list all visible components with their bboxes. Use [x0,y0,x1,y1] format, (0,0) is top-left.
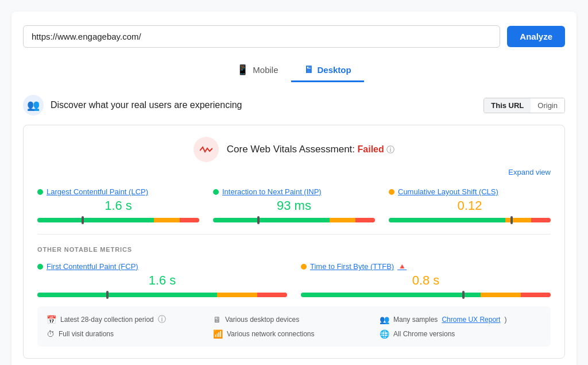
footer-item-4: 📶 Various network connections [213,329,375,339]
cls-bar [389,218,551,222]
footer-grid: 📅 Latest 28-day collection period ⓘ 🖥 Va… [37,306,551,347]
assessment-title: Core Web Vitals Assessment: [227,144,355,155]
inp-label[interactable]: Interaction to Next Paint (INP) [213,187,375,196]
metric-cls: Cumulative Layout Shift (CLS) 0.12 [389,187,551,222]
lcp-label[interactable]: Largest Contentful Paint (LCP) [37,187,199,196]
main-card: Core Web Vitals Assessment: Failed ⓘ Exp… [23,125,565,359]
tab-desktop[interactable]: 🖥 Desktop [291,59,364,82]
inp-bar-orange [330,218,355,222]
cls-indicator [510,216,513,224]
footer-chrome-icon: 🌐 [380,329,389,339]
inp-dot [213,189,219,195]
ttfb-bar-green [301,293,481,297]
lcp-value: 1.6 s [37,198,199,213]
origin-button[interactable]: Origin [531,98,564,113]
ttfb-bar [301,293,551,297]
lcp-bar [37,218,199,222]
metric-ttfb: Time to First Byte (TTFB) 🔺 0.8 s [301,262,551,297]
footer-timer-icon: ⏱ [47,329,55,339]
ttfb-label[interactable]: Time to First Byte (TTFB) 🔺 [301,262,551,271]
url-input[interactable] [23,25,500,48]
footer-text-2: Many samples [393,316,438,324]
ttfb-indicator [462,291,465,299]
lcp-dot [37,189,43,195]
footer-item-1: 🖥 Various desktop devices [213,314,375,325]
fcp-bar-red [257,293,287,297]
footer-text-0: Latest 28-day collection period [60,316,154,324]
footer-chrome-ux-link[interactable]: Chrome UX Report [442,316,500,324]
ttfb-bar-orange [481,293,521,297]
assessment-icon [194,137,219,162]
desktop-icon: 🖥 [304,64,314,76]
lcp-bar-red [180,218,199,222]
lcp-bar-orange [154,218,180,222]
footer-item-0: 📅 Latest 28-day collection period ⓘ [47,314,208,325]
analyze-button[interactable]: Analyze [507,26,565,47]
footer-users-icon: 👥 [380,315,389,324]
inp-value: 93 ms [213,198,375,213]
footer-item-5: 🌐 All Chrome versions [380,329,541,339]
metric-inp: Interaction to Next Paint (INP) 93 ms [213,187,375,222]
footer-text-1: Various desktop devices [225,316,299,324]
lcp-bar-green [37,218,154,222]
section-title-row: 👥 Discover what your real users are expe… [23,95,242,116]
footer-calendar-icon: 📅 [47,315,56,324]
section-title: Discover what your real users are experi… [51,100,242,110]
main-container: Analyze 📱 Mobile 🖥 Desktop 👥 Discover wh… [11,11,577,365]
fcp-bar-green [37,293,217,297]
fcp-dot [37,264,43,270]
footer-paren-close: ) [504,316,506,324]
cls-bar-green [389,218,505,222]
fcp-bar [37,293,287,297]
cls-value: 0.12 [389,198,551,213]
cls-label[interactable]: Cumulative Layout Shift (CLS) [389,187,551,196]
assessment-help-icon[interactable]: ⓘ [386,145,394,154]
inp-bar-red [355,218,375,222]
fcp-indicator [106,291,109,299]
assessment-header: Core Web Vitals Assessment: Failed ⓘ [37,137,551,162]
cls-bar-red [531,218,551,222]
this-url-button[interactable]: This URL [484,98,531,113]
metric-fcp: First Contentful Paint (FCP) 1.6 s [37,262,287,297]
footer-text-4: Various network connections [227,330,315,338]
fcp-bar-orange [217,293,257,297]
assessment-status: Failed [358,144,384,154]
footer-text-3: Full visit durations [59,330,114,338]
inp-bar [213,218,375,222]
notable-grid: First Contentful Paint (FCP) 1.6 s Time … [37,262,551,297]
url-row: Analyze [23,25,565,48]
lcp-indicator [82,216,84,224]
footer-item-3: ⏱ Full visit durations [47,329,208,339]
inp-bar-green [213,218,330,222]
footer-help-icon-0[interactable]: ⓘ [158,314,166,325]
footer-desktop-icon: 🖥 [213,315,221,324]
ttfb-info-icon[interactable]: 🔺 [397,262,407,271]
metrics-grid: Largest Contentful Paint (LCP) 1.6 s Int… [37,187,551,235]
ttfb-bar-red [521,293,551,297]
fcp-label[interactable]: First Contentful Paint (FCP) [37,262,287,271]
notable-label: OTHER NOTABLE METRICS [37,246,551,253]
url-toggle: This URL Origin [483,98,565,113]
ttfb-dot [301,264,307,270]
footer-item-2: 👥 Many samples Chrome UX Report ) [380,314,541,325]
expand-link[interactable]: Expand view [508,168,551,176]
ttfb-value: 0.8 s [301,273,551,288]
cls-bar-orange [505,218,531,222]
cls-dot [389,189,394,195]
fcp-value: 1.6 s [37,273,287,288]
footer-text-5: All Chrome versions [393,330,455,338]
section-header: 👥 Discover what your real users are expe… [23,95,565,116]
tab-mobile-label: Mobile [253,65,278,75]
metric-lcp: Largest Contentful Paint (LCP) 1.6 s [37,187,199,222]
mobile-icon: 📱 [237,64,249,76]
inp-indicator [257,216,260,224]
section-icon: 👥 [23,95,44,116]
expand-row: Expand view [37,167,551,177]
tab-mobile[interactable]: 📱 Mobile [224,59,291,82]
assessment-title-row: Core Web Vitals Assessment: Failed ⓘ [227,144,394,155]
footer-network-icon: 📶 [213,329,223,339]
tab-desktop-label: Desktop [318,65,351,75]
tabs-row: 📱 Mobile 🖥 Desktop [23,59,565,82]
